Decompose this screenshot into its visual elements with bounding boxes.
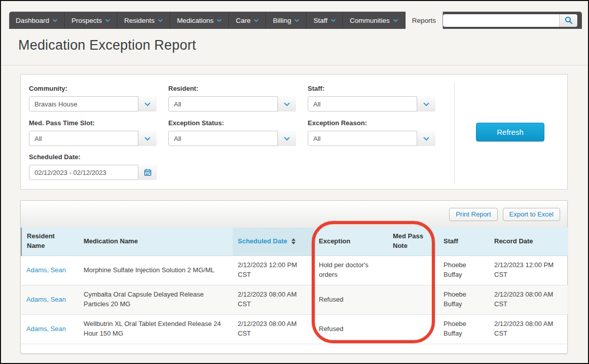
community-label: Community: (29, 85, 157, 92)
column-header-staff: Staff (438, 228, 489, 256)
nav-tab-prospects[interactable]: Prospects (65, 12, 118, 29)
nav-tab-dashboard[interactable]: Dashboard (9, 12, 65, 29)
exception-status-label: Exception Status: (168, 119, 296, 127)
exception-reason-dropdown-button[interactable] (417, 131, 435, 146)
resident-cell: Adams, Sean (21, 285, 79, 314)
med-pass-note-cell (388, 285, 438, 314)
med-pass-time-slot-label: Med. Pass Time Slot: (29, 119, 157, 127)
refresh-button[interactable]: Refresh (476, 123, 544, 141)
filter-panel: Community: Resident: Staff: (20, 74, 568, 190)
med-pass-note-cell (388, 256, 438, 285)
medication-cell: Morphine Sulfate Injection Solution 2 MG… (79, 256, 233, 285)
exception-cell: Refused (314, 285, 388, 314)
filter-exception-status: Exception Status: (168, 119, 296, 146)
search-button[interactable] (559, 14, 577, 27)
medication-cell: Wellbutrin XL Oral Tablet Extended Relea… (79, 314, 233, 344)
column-header-med-pass-note: Med Pass Note (388, 228, 438, 256)
record-date-cell: 2/12/2023 12:00 PM CST (489, 256, 568, 285)
filter-staff: Staff: (308, 85, 435, 112)
nav-tab-reports[interactable]: Reports (406, 12, 443, 29)
nav-tab-label: Staff (313, 17, 327, 24)
global-search (443, 14, 577, 27)
nav-tab-care[interactable]: Care (229, 12, 266, 29)
chevron-down-icon (330, 19, 336, 22)
filter-scheduled-date: Scheduled Date: (29, 153, 157, 180)
chevron-down-icon (105, 19, 111, 22)
chevron-down-icon (393, 19, 398, 22)
resident-cell: Adams, Sean (21, 314, 79, 344)
scheduled-date-cell: 2/12/2023 08:00 AM CST (233, 314, 314, 344)
main-nav: Dashboard Prospects Residents Medication… (9, 12, 582, 29)
resident-link[interactable]: Adams, Sean (26, 296, 66, 303)
chevron-down-icon (423, 102, 430, 106)
nav-tab-label: Residents (124, 17, 155, 24)
page-title: Medication Exception Report (18, 38, 196, 53)
scheduled-date-label: Scheduled Date: (29, 153, 157, 161)
chevron-down-icon (423, 136, 430, 141)
calendar-icon (144, 169, 152, 176)
column-header-record-date: Record Date (489, 228, 568, 256)
staff-dropdown-button[interactable] (417, 96, 435, 112)
nav-tab-communities[interactable]: Communities (343, 12, 406, 29)
filter-med-pass-time-slot: Med. Pass Time Slot: (29, 119, 157, 146)
resident-label: Resident: (168, 85, 296, 92)
column-header-medication-name: Medication Name (79, 228, 233, 256)
nav-tab-label: Communities (350, 17, 390, 24)
resident-link[interactable]: Adams, Sean (26, 266, 66, 274)
header-divider (1, 65, 588, 65)
chevron-down-icon (253, 19, 259, 22)
chevron-down-icon (144, 102, 151, 106)
scheduled-date-cell: 2/12/2023 08:00 AM CST (233, 285, 314, 314)
chevron-down-icon (283, 136, 290, 141)
record-date-cell: 2/12/2023 08:00 AM CST (489, 314, 568, 344)
table-row: Adams, Sean Wellbutrin XL Oral Tablet Ex… (21, 314, 568, 344)
exception-report-table: Resident Name Medication Name Scheduled … (21, 228, 568, 344)
table-header-row: Resident Name Medication Name Scheduled … (21, 228, 568, 256)
resident-cell: Adams, Sean (21, 256, 79, 285)
calendar-button[interactable] (138, 165, 157, 180)
med-pass-note-cell (388, 314, 438, 344)
exception-cell: Refused (314, 314, 388, 344)
filter-community: Community: (29, 85, 157, 112)
filter-exception-reason: Exception Reason: (308, 119, 435, 146)
table-row: Adams, Sean Cymbalta Oral Capsule Delaye… (21, 285, 568, 314)
staff-cell: Phoebe Buffay (438, 256, 489, 285)
column-header-resident-name: Resident Name (21, 228, 79, 256)
panel-divider (454, 82, 455, 183)
app-window: Dashboard Prospects Residents Medication… (0, 0, 589, 364)
resident-dropdown-button[interactable] (277, 96, 296, 112)
nav-tab-residents[interactable]: Residents (118, 12, 170, 29)
exception-status-dropdown-button[interactable] (277, 131, 296, 146)
nav-tab-label: Prospects (71, 17, 102, 24)
sorted-column-label: Scheduled Date (238, 237, 287, 245)
export-to-excel-button[interactable]: Export to Excel (503, 208, 560, 221)
nav-tab-billing[interactable]: Billing (266, 12, 307, 29)
nav-tab-label: Dashboard (16, 17, 49, 24)
nav-tab-label: Reports (412, 17, 436, 24)
exception-reason-label: Exception Reason: (308, 119, 435, 127)
filter-resident: Resident: (168, 85, 296, 112)
nav-tab-label: Care (236, 17, 250, 24)
column-header-exception: Exception (314, 228, 388, 256)
chevron-down-icon (283, 102, 290, 106)
search-input[interactable] (443, 14, 559, 27)
nav-tab-label: Medications (177, 17, 213, 24)
staff-cell: Phoebe Buffay (438, 314, 489, 344)
sort-icon (291, 238, 296, 244)
staff-cell: Phoebe Buffay (438, 285, 489, 314)
column-header-scheduled-date-sort[interactable]: Scheduled Date (233, 228, 314, 256)
record-date-cell: 2/12/2023 08:00 AM CST (489, 285, 568, 314)
table-toolbar: Print Report Export to Excel (21, 201, 567, 228)
exception-cell: Hold per doctor's orders (314, 256, 388, 285)
print-report-button[interactable]: Print Report (449, 208, 497, 221)
community-dropdown-button[interactable] (138, 96, 157, 112)
nav-tab-medications[interactable]: Medications (170, 12, 229, 29)
med-pass-time-slot-dropdown-button[interactable] (138, 131, 157, 146)
medication-cell: Cymbalta Oral Capsule Delayed Release Pa… (79, 285, 233, 314)
nav-tab-staff[interactable]: Staff (307, 12, 343, 29)
table-row: Adams, Sean Morphine Sulfate Injection S… (21, 256, 568, 285)
nav-tab-label: Billing (273, 17, 291, 24)
resident-link[interactable]: Adams, Sean (26, 325, 66, 333)
report-table-card: Print Report Export to Excel Resident Na… (20, 200, 568, 354)
chevron-down-icon (158, 19, 163, 22)
